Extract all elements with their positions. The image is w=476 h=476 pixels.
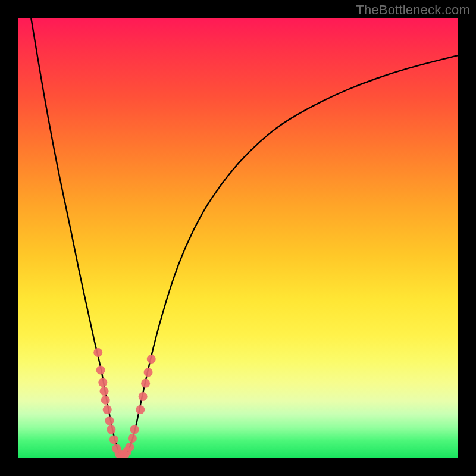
data-marker <box>128 434 137 443</box>
data-marker <box>141 379 150 388</box>
data-marker <box>147 355 156 364</box>
data-marker <box>93 348 102 357</box>
data-marker <box>96 366 105 375</box>
data-marker <box>105 416 114 425</box>
watermark-text: TheBottleneck.com <box>356 2 470 18</box>
curve-markers <box>93 348 156 458</box>
chart-svg <box>18 18 458 458</box>
data-marker <box>144 368 153 377</box>
data-marker <box>125 443 134 452</box>
plot-area <box>18 18 458 458</box>
data-marker <box>136 405 145 414</box>
data-marker <box>100 387 109 396</box>
data-marker <box>109 435 118 444</box>
data-marker <box>101 396 110 405</box>
chart-frame: TheBottleneck.com <box>0 0 476 476</box>
curve-line <box>31 18 458 456</box>
data-marker <box>107 425 115 434</box>
data-marker <box>98 378 107 387</box>
bottleneck-curve-path <box>31 18 458 456</box>
data-marker <box>130 425 139 434</box>
data-marker <box>103 405 112 414</box>
data-marker <box>139 392 148 401</box>
